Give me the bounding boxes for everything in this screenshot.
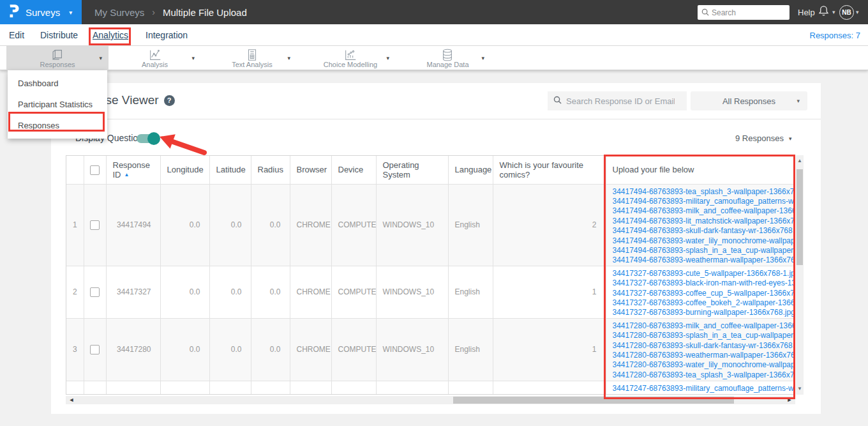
tab-integration[interactable]: Integration <box>146 24 188 46</box>
cell-response-id[interactable]: 34417280 <box>106 318 160 381</box>
survey-section-tabs: Edit Distribute Analytics Integration Re… <box>0 24 868 46</box>
response-search-input[interactable] <box>566 96 675 106</box>
cell-response-id[interactable]: 34417327 <box>106 266 160 318</box>
questionpro-logo-icon <box>8 4 19 20</box>
help-link[interactable]: Help <box>798 0 815 24</box>
choice-modelling-icon <box>343 48 357 62</box>
file-link[interactable]: 34417494-68763893-weatherman-wallpaper-1… <box>613 255 795 265</box>
account-caret-icon: ▾ <box>856 9 859 15</box>
cell-radius: 0.0 <box>251 184 290 266</box>
tab-edit[interactable]: Edit <box>9 24 24 46</box>
sort-asc-icon: ▲ <box>124 172 130 178</box>
header-browser[interactable]: Browser <box>290 156 331 184</box>
tab-analytics[interactable]: Analytics <box>93 24 128 46</box>
toggle-knob <box>147 132 160 145</box>
toolbar-text-analysis[interactable]: Text Analysis ▾ <box>207 46 297 70</box>
file-link[interactable]: 34417247-68763893-military_camouflage_pa… <box>613 384 795 393</box>
file-link[interactable]: 34417494-68763893-splash_in_a_tea_cup-wa… <box>613 246 795 255</box>
menu-item-participant-statistics[interactable]: Participant Statistics <box>8 94 107 115</box>
file-link[interactable]: 34417494-68763893-military_camouflage_pa… <box>613 197 795 206</box>
row-checkbox[interactable] <box>90 220 100 230</box>
horizontal-scrollbar[interactable]: ◄ ► <box>66 396 795 404</box>
row-select-cell <box>84 184 106 266</box>
toolbar-responses[interactable]: Responses ▾ <box>6 46 108 70</box>
cell-comics <box>493 381 606 395</box>
row-checkbox[interactable] <box>90 345 100 354</box>
file-link[interactable]: 34417280-68763893-weatherman-wallpaper-1… <box>613 351 795 360</box>
cell-response-id[interactable]: 34417494 <box>106 184 160 266</box>
header-device[interactable]: Device <box>331 156 376 184</box>
breadcrumb-current-survey: Multiple File Upload <box>163 7 247 18</box>
account-menu[interactable]: NB ▾ <box>839 0 859 24</box>
vertical-scrollbar[interactable]: ▲ ▼ <box>796 155 804 395</box>
scroll-right-icon[interactable]: ► <box>785 396 794 404</box>
toolbar-analysis[interactable]: Analysis ▾ <box>108 46 201 70</box>
header-comics-question[interactable]: Which is your favourite comics? <box>493 156 606 184</box>
file-link[interactable]: 34417327-68763893-cute_5-wallpaper-1366x… <box>613 269 795 278</box>
display-questions-toggle[interactable] <box>137 134 158 143</box>
response-filter-dropdown[interactable]: All Responses ▾ <box>691 91 807 110</box>
text-analysis-dropdown-caret-icon[interactable]: ▾ <box>287 55 290 61</box>
analysis-icon <box>148 48 162 62</box>
surveys-product-menu[interactable]: Surveys ▾ <box>0 0 82 24</box>
header-response-id[interactable]: Response ID▲ <box>106 156 160 184</box>
file-link[interactable]: 34417327-68763893-coffee_cup_5-wallpaper… <box>613 289 795 298</box>
file-link[interactable]: 34417280-68763893-water_lily_monochrome-… <box>613 360 795 370</box>
cell-uploaded-files: 34417327-68763893-cute_5-wallpaper-1366x… <box>606 266 795 318</box>
toolbar-choice-modelling[interactable]: Choice Modelling ▾ <box>305 46 396 70</box>
toolbar-manage-data[interactable]: Manage Data ▾ <box>405 46 491 70</box>
scroll-left-icon[interactable]: ◄ <box>67 396 76 404</box>
scroll-down-icon[interactable]: ▼ <box>796 384 804 393</box>
analysis-dropdown-caret-icon[interactable]: ▾ <box>191 55 195 61</box>
filter-caret-icon: ▾ <box>797 98 800 104</box>
choice-modelling-dropdown-caret-icon[interactable]: ▾ <box>386 55 389 61</box>
select-all-checkbox[interactable] <box>90 165 100 175</box>
vertical-scroll-thumb[interactable] <box>797 169 803 265</box>
menu-item-responses[interactable]: Responses <box>8 115 107 136</box>
file-link[interactable]: 34417280-68763893-milk_and_coffee-wallpa… <box>613 321 795 331</box>
file-link[interactable]: 34417280-68763893-tea_splash_3-wallpaper… <box>613 370 795 380</box>
tab-distribute[interactable]: Distribute <box>40 24 78 46</box>
file-link[interactable]: 34417327-68763893-coffee_bokeh_2-wallpap… <box>613 298 795 308</box>
header-language[interactable]: Language <box>448 156 493 184</box>
header-radius[interactable]: Radius <box>251 156 290 184</box>
questionpro-analytics-screen: Surveys ▾ My Surveys › Multiple File Upl… <box>0 0 868 426</box>
file-link[interactable]: 34417494-68763893-skull-dark-fantasy-wr-… <box>613 226 795 236</box>
global-search-input[interactable] <box>712 8 782 17</box>
cell-device <box>331 381 376 395</box>
cell-radius: 0.0 <box>251 318 290 381</box>
row-number <box>66 381 84 395</box>
header-latitude[interactable]: Latitude <box>209 156 251 184</box>
scroll-up-icon[interactable]: ▲ <box>796 156 804 165</box>
cell-device: COMPUTER <box>331 184 376 266</box>
file-link[interactable]: 34417494-68763893-milk_and_coffee-wallpa… <box>613 206 795 216</box>
breadcrumb-my-surveys[interactable]: My Surveys <box>94 7 144 18</box>
row-number: 1 <box>66 184 84 266</box>
cell-os <box>376 381 448 395</box>
file-link[interactable]: 34417494-68763893-water_lily_monochrome-… <box>613 236 795 246</box>
responses-count-dropdown[interactable]: 9 Responses ▾ <box>735 133 791 143</box>
global-search[interactable] <box>698 5 789 20</box>
file-link[interactable]: 34417280-68763893-splash_in_a_tea_cup-wa… <box>613 331 795 340</box>
cell-longitude: 0.0 <box>160 318 209 381</box>
header-operating-system[interactable]: Operating System <box>376 156 448 184</box>
notifications-menu[interactable]: ▾ <box>818 0 835 24</box>
file-link[interactable]: 34417327-68763893-black-iron-man-with-re… <box>613 278 795 288</box>
search-icon <box>701 7 709 19</box>
responses-count-link[interactable]: Responses: 7 <box>810 24 861 46</box>
text-analysis-icon <box>245 48 259 62</box>
horizontal-scroll-thumb[interactable] <box>453 397 734 404</box>
file-link[interactable]: 34417247-68763893-splash_in_a_tea_cup-wa… <box>613 393 795 395</box>
header-upload-question[interactable]: Upload your file below <box>606 156 795 184</box>
help-icon[interactable]: ? <box>164 95 175 106</box>
file-link[interactable]: 34417280-68763893-skull-dark-fantasy-wr-… <box>613 341 795 351</box>
manage-data-dropdown-caret-icon[interactable]: ▾ <box>481 55 484 61</box>
response-search[interactable] <box>548 91 687 110</box>
row-checkbox[interactable] <box>90 287 100 297</box>
file-link[interactable]: 34417494-68763893-tea_splash_3-wallpaper… <box>613 187 795 197</box>
file-link[interactable]: 34417494-68763893-lit_matchstick-wallpap… <box>613 217 795 226</box>
responses-dropdown-caret-icon[interactable]: ▾ <box>99 55 102 61</box>
file-link[interactable]: 34417327-68763893-burning-wallpaper-1366… <box>613 308 795 317</box>
header-longitude[interactable]: Longitude <box>160 156 209 184</box>
menu-item-dashboard[interactable]: Dashboard <box>8 73 107 94</box>
